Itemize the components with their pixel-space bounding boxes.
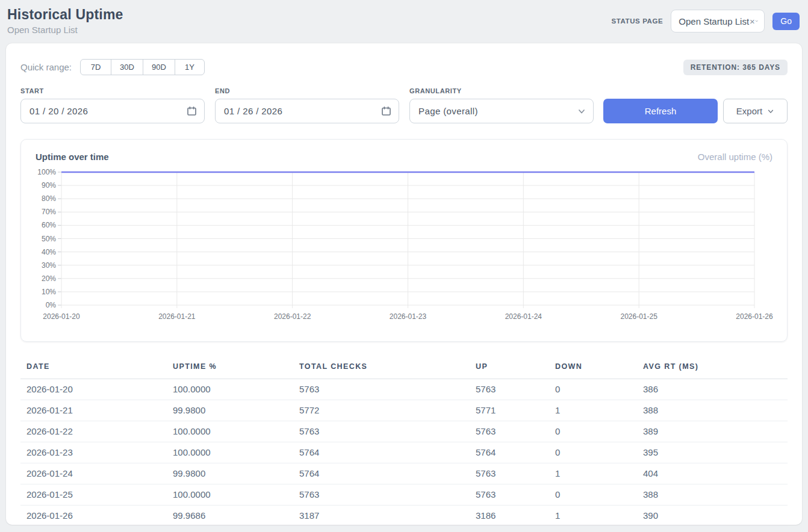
table-cell: 5763: [470, 379, 549, 400]
table-cell: 1: [549, 463, 637, 484]
quick-range-label: Quick range:: [20, 62, 72, 72]
table-cell: 2026-01-23: [20, 442, 167, 463]
granularity-value: Page (overall): [418, 106, 478, 116]
svg-text:2026-01-22: 2026-01-22: [274, 312, 311, 321]
chevron-down-icon: [755, 17, 759, 25]
chart-card: Uptime over time Overall uptime (%) 0%10…: [20, 139, 788, 342]
table-cell: 0: [549, 421, 637, 442]
table-cell: 100.0000: [167, 379, 293, 400]
end-date-field: END 01 / 26 / 2026: [215, 87, 399, 123]
uptime-line-chart: 0%10%20%30%40%50%60%70%80%90%100%2026-01…: [36, 167, 774, 323]
start-date-value: 01 / 20 / 2026: [30, 106, 88, 116]
table-cell: 5764: [470, 442, 549, 463]
export-button[interactable]: Export: [723, 99, 788, 123]
uptime-table: DATEUPTIME %TOTAL CHECKSUPDOWNAVG RT (MS…: [20, 356, 788, 527]
table-cell: 100.0000: [167, 484, 293, 506]
svg-text:100%: 100%: [37, 168, 56, 176]
export-label: Export: [736, 106, 762, 116]
table-cell: 388: [637, 400, 788, 421]
table-cell: 388: [637, 484, 788, 506]
table-row: 2026-01-2699.9686318731861390: [20, 506, 788, 527]
end-date-input[interactable]: 01 / 26 / 2026: [215, 99, 399, 123]
table-row: 2026-01-2199.9800577257711388: [20, 400, 788, 421]
quick-range-1y-button[interactable]: 1Y: [175, 59, 205, 75]
svg-text:2026-01-23: 2026-01-23: [390, 312, 427, 321]
table-row: 2026-01-22100.0000576357630389: [20, 421, 788, 442]
retention-badge: RETENTION: 365 DAYS: [683, 60, 788, 75]
table-cell: 2026-01-20: [20, 379, 167, 400]
svg-text:70%: 70%: [42, 208, 56, 216]
table-cell: 99.9686: [167, 506, 293, 527]
table-cell: 3186: [470, 506, 549, 527]
table-cell: 5763: [470, 484, 549, 506]
table-cell: 5764: [293, 463, 470, 484]
table-cell: 2026-01-22: [20, 421, 167, 442]
quick-range-7d-button[interactable]: 7D: [80, 59, 111, 75]
table-row: 2026-01-2499.9800576457631404: [20, 463, 788, 484]
status-page-value: Open Startup List: [679, 16, 749, 26]
table-cell: 5772: [293, 400, 470, 421]
main-card: Quick range: 7D30D90D1Y RETENTION: 365 D…: [6, 43, 802, 525]
svg-text:90%: 90%: [42, 181, 56, 190]
svg-text:50%: 50%: [42, 235, 56, 243]
table-cell: 2026-01-25: [20, 484, 167, 506]
chevron-down-icon: [767, 108, 774, 115]
go-button[interactable]: Go: [772, 13, 800, 30]
table-row: 2026-01-23100.0000576457640395: [20, 442, 788, 463]
granularity-select[interactable]: Page (overall): [409, 99, 594, 123]
table-header-row: DATEUPTIME %TOTAL CHECKSUPDOWNAVG RT (MS…: [20, 356, 788, 379]
calendar-icon[interactable]: [187, 106, 197, 116]
table-cell: 99.9800: [167, 400, 293, 421]
calendar-icon[interactable]: [381, 106, 391, 116]
svg-text:2026-01-21: 2026-01-21: [158, 312, 196, 321]
status-page-label: STATUS PAGE: [611, 17, 663, 25]
page-subtitle: Open Startup List: [7, 25, 123, 35]
table-cell: 5763: [470, 421, 549, 442]
quick-range-30d-button[interactable]: 30D: [111, 59, 143, 75]
table-cell: 390: [637, 506, 788, 527]
svg-text:10%: 10%: [42, 288, 56, 296]
svg-text:2026-01-26: 2026-01-26: [736, 312, 773, 321]
table-cell: 100.0000: [167, 421, 293, 442]
table-cell: 2026-01-21: [20, 400, 167, 421]
uptime-chart: 0%10%20%30%40%50%60%70%80%90%100%2026-01…: [36, 167, 772, 325]
refresh-button[interactable]: Refresh: [603, 99, 718, 123]
table-cell: 5764: [293, 442, 470, 463]
table-cell: 5763: [470, 463, 549, 484]
end-date-value: 01 / 26 / 2026: [224, 106, 282, 116]
filters-row: START 01 / 20 / 2026 END 01 / 26 / 2026: [20, 87, 788, 123]
table-cell: 2026-01-26: [20, 506, 167, 527]
svg-text:2026-01-25: 2026-01-25: [620, 312, 657, 321]
quick-range-group: 7D30D90D1Y: [80, 59, 205, 75]
column-header: AVG RT (MS): [637, 356, 788, 379]
table-cell: 0: [549, 484, 637, 506]
table-cell: 395: [637, 442, 788, 463]
table-cell: 404: [637, 463, 788, 484]
granularity-field: GRANULARITY Page (overall): [409, 87, 594, 123]
end-label: END: [215, 87, 399, 94]
table-cell: 5763: [293, 379, 470, 400]
clear-icon[interactable]: ×: [750, 16, 755, 26]
start-date-input[interactable]: 01 / 20 / 2026: [20, 99, 205, 123]
svg-text:40%: 40%: [42, 248, 56, 256]
svg-text:80%: 80%: [42, 194, 56, 203]
column-header: UP: [470, 356, 549, 379]
page-title: Historical Uptime: [7, 7, 123, 23]
table-body: 2026-01-20100.00005763576303862026-01-21…: [20, 379, 788, 527]
svg-text:0%: 0%: [46, 301, 57, 309]
table-cell: 386: [637, 379, 788, 400]
table-cell: 3187: [293, 506, 470, 527]
table-cell: 5763: [293, 421, 470, 442]
table-row: 2026-01-20100.0000576357630386: [20, 379, 788, 400]
column-header: UPTIME %: [167, 356, 293, 379]
table-cell: 389: [637, 421, 788, 442]
quick-range-row: Quick range: 7D30D90D1Y RETENTION: 365 D…: [20, 59, 788, 75]
table-cell: 100.0000: [167, 442, 293, 463]
start-date-field: START 01 / 20 / 2026: [20, 87, 205, 123]
svg-text:60%: 60%: [42, 221, 56, 229]
start-label: START: [20, 87, 205, 94]
quick-range-90d-button[interactable]: 90D: [143, 59, 175, 75]
svg-text:30%: 30%: [42, 261, 56, 270]
status-page-select[interactable]: Open Startup List ×: [671, 10, 765, 32]
column-header: DATE: [20, 356, 167, 379]
